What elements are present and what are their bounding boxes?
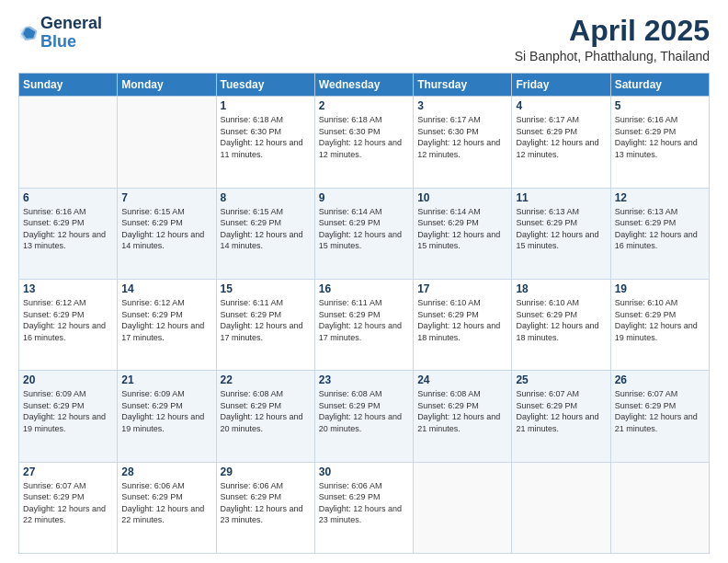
calendar-cell: 20Sunrise: 6:09 AM Sunset: 6:29 PM Dayli… (19, 371, 118, 462)
day-info: Sunrise: 6:14 AM Sunset: 6:29 PM Dayligh… (417, 206, 507, 252)
day-info: Sunrise: 6:07 AM Sunset: 6:29 PM Dayligh… (23, 480, 113, 526)
day-info: Sunrise: 6:10 AM Sunset: 6:29 PM Dayligh… (615, 297, 705, 343)
day-number: 14 (121, 282, 211, 295)
day-info: Sunrise: 6:10 AM Sunset: 6:29 PM Dayligh… (417, 297, 507, 343)
day-info: Sunrise: 6:18 AM Sunset: 6:30 PM Dayligh… (319, 114, 409, 160)
weekday-tuesday: Tuesday (216, 74, 314, 97)
day-info: Sunrise: 6:07 AM Sunset: 6:29 PM Dayligh… (615, 388, 705, 434)
day-number: 23 (319, 373, 409, 386)
day-number: 27 (23, 465, 113, 478)
calendar-cell: 14Sunrise: 6:12 AM Sunset: 6:29 PM Dayli… (118, 279, 216, 370)
day-number: 21 (121, 373, 211, 386)
calendar-cell: 12Sunrise: 6:13 AM Sunset: 6:29 PM Dayli… (610, 188, 709, 279)
day-info: Sunrise: 6:16 AM Sunset: 6:29 PM Dayligh… (615, 114, 705, 160)
day-number: 22 (221, 373, 311, 386)
calendar-cell: 10Sunrise: 6:14 AM Sunset: 6:29 PM Dayli… (414, 188, 512, 279)
week-row-4: 20Sunrise: 6:09 AM Sunset: 6:29 PM Dayli… (19, 371, 710, 462)
calendar-cell: 1Sunrise: 6:18 AM Sunset: 6:30 PM Daylig… (216, 97, 314, 188)
calendar-cell: 5Sunrise: 6:16 AM Sunset: 6:29 PM Daylig… (610, 97, 709, 188)
day-info: Sunrise: 6:18 AM Sunset: 6:30 PM Dayligh… (221, 114, 311, 160)
calendar-cell: 18Sunrise: 6:10 AM Sunset: 6:29 PM Dayli… (512, 279, 610, 370)
logo-general: General (40, 15, 102, 33)
day-info: Sunrise: 6:13 AM Sunset: 6:29 PM Dayligh… (516, 206, 606, 252)
day-info: Sunrise: 6:15 AM Sunset: 6:29 PM Dayligh… (121, 206, 211, 252)
day-number: 11 (516, 191, 606, 204)
weekday-saturday: Saturday (610, 74, 709, 97)
weekday-sunday: Sunday (19, 74, 118, 97)
calendar-cell: 7Sunrise: 6:15 AM Sunset: 6:29 PM Daylig… (118, 188, 216, 279)
weekday-header-row: SundayMondayTuesdayWednesdayThursdayFrid… (19, 74, 710, 97)
day-number: 17 (417, 282, 507, 295)
day-number: 10 (417, 191, 507, 204)
day-number: 7 (121, 191, 211, 204)
day-number: 6 (23, 191, 113, 204)
calendar-cell: 26Sunrise: 6:07 AM Sunset: 6:29 PM Dayli… (610, 371, 709, 462)
day-info: Sunrise: 6:17 AM Sunset: 6:29 PM Dayligh… (516, 114, 606, 160)
page: General Blue April 2025 Si Banphot, Phat… (0, 0, 728, 563)
sub-title: Si Banphot, Phatthalung, Thailand (515, 49, 710, 63)
logo: General Blue (18, 15, 102, 52)
day-info: Sunrise: 6:09 AM Sunset: 6:29 PM Dayligh… (23, 388, 113, 434)
weekday-wednesday: Wednesday (314, 74, 413, 97)
day-number: 29 (221, 465, 311, 478)
calendar-cell: 19Sunrise: 6:10 AM Sunset: 6:29 PM Dayli… (610, 279, 709, 370)
calendar-cell: 11Sunrise: 6:13 AM Sunset: 6:29 PM Dayli… (512, 188, 610, 279)
day-number: 16 (319, 282, 409, 295)
day-info: Sunrise: 6:15 AM Sunset: 6:29 PM Dayligh… (221, 206, 311, 252)
calendar-cell: 13Sunrise: 6:12 AM Sunset: 6:29 PM Dayli… (19, 279, 118, 370)
day-number: 30 (319, 465, 409, 478)
calendar-cell: 17Sunrise: 6:10 AM Sunset: 6:29 PM Dayli… (414, 279, 512, 370)
calendar-cell: 8Sunrise: 6:15 AM Sunset: 6:29 PM Daylig… (216, 188, 314, 279)
day-info: Sunrise: 6:10 AM Sunset: 6:29 PM Dayligh… (516, 297, 606, 343)
calendar-cell: 28Sunrise: 6:06 AM Sunset: 6:29 PM Dayli… (118, 462, 216, 553)
day-info: Sunrise: 6:13 AM Sunset: 6:29 PM Dayligh… (615, 206, 705, 252)
day-info: Sunrise: 6:06 AM Sunset: 6:29 PM Dayligh… (221, 480, 311, 526)
day-number: 25 (516, 373, 606, 386)
day-number: 20 (23, 373, 113, 386)
day-number: 8 (221, 191, 311, 204)
day-number: 19 (615, 282, 705, 295)
day-number: 24 (417, 373, 507, 386)
week-row-2: 6Sunrise: 6:16 AM Sunset: 6:29 PM Daylig… (19, 188, 710, 279)
calendar-cell: 15Sunrise: 6:11 AM Sunset: 6:29 PM Dayli… (216, 279, 314, 370)
calendar-cell: 2Sunrise: 6:18 AM Sunset: 6:30 PM Daylig… (314, 97, 413, 188)
week-row-5: 27Sunrise: 6:07 AM Sunset: 6:29 PM Dayli… (19, 462, 710, 553)
day-info: Sunrise: 6:16 AM Sunset: 6:29 PM Dayligh… (23, 206, 113, 252)
day-info: Sunrise: 6:06 AM Sunset: 6:29 PM Dayligh… (121, 480, 211, 526)
calendar-cell: 22Sunrise: 6:08 AM Sunset: 6:29 PM Dayli… (216, 371, 314, 462)
day-number: 3 (417, 99, 507, 112)
calendar-cell: 21Sunrise: 6:09 AM Sunset: 6:29 PM Dayli… (118, 371, 216, 462)
calendar-table: SundayMondayTuesdayWednesdayThursdayFrid… (18, 73, 710, 554)
week-row-3: 13Sunrise: 6:12 AM Sunset: 6:29 PM Dayli… (19, 279, 710, 370)
day-info: Sunrise: 6:08 AM Sunset: 6:29 PM Dayligh… (319, 388, 409, 434)
day-number: 5 (615, 99, 705, 112)
title-block: April 2025 Si Banphot, Phatthalung, Thai… (515, 15, 710, 63)
day-info: Sunrise: 6:08 AM Sunset: 6:29 PM Dayligh… (417, 388, 507, 434)
calendar-cell: 16Sunrise: 6:11 AM Sunset: 6:29 PM Dayli… (314, 279, 413, 370)
day-info: Sunrise: 6:09 AM Sunset: 6:29 PM Dayligh… (121, 388, 211, 434)
day-number: 26 (615, 373, 705, 386)
main-title: April 2025 (515, 15, 710, 47)
calendar-cell: 6Sunrise: 6:16 AM Sunset: 6:29 PM Daylig… (19, 188, 118, 279)
day-info: Sunrise: 6:11 AM Sunset: 6:29 PM Dayligh… (221, 297, 311, 343)
calendar-cell: 25Sunrise: 6:07 AM Sunset: 6:29 PM Dayli… (512, 371, 610, 462)
day-info: Sunrise: 6:12 AM Sunset: 6:29 PM Dayligh… (23, 297, 113, 343)
day-number: 28 (121, 465, 211, 478)
day-info: Sunrise: 6:14 AM Sunset: 6:29 PM Dayligh… (319, 206, 409, 252)
logo-blue: Blue (40, 33, 102, 52)
day-number: 18 (516, 282, 606, 295)
calendar-cell (118, 97, 216, 188)
day-number: 15 (221, 282, 311, 295)
day-number: 2 (319, 99, 409, 112)
calendar-cell: 30Sunrise: 6:06 AM Sunset: 6:29 PM Dayli… (314, 462, 413, 553)
day-info: Sunrise: 6:06 AM Sunset: 6:29 PM Dayligh… (319, 480, 409, 526)
day-number: 9 (319, 191, 409, 204)
calendar-cell: 23Sunrise: 6:08 AM Sunset: 6:29 PM Dayli… (314, 371, 413, 462)
calendar-cell (414, 462, 512, 553)
calendar-body: 1Sunrise: 6:18 AM Sunset: 6:30 PM Daylig… (19, 97, 710, 554)
day-info: Sunrise: 6:07 AM Sunset: 6:29 PM Dayligh… (516, 388, 606, 434)
day-info: Sunrise: 6:11 AM Sunset: 6:29 PM Dayligh… (319, 297, 409, 343)
weekday-monday: Monday (118, 74, 216, 97)
header: General Blue April 2025 Si Banphot, Phat… (18, 15, 710, 63)
logo-icon (18, 23, 39, 43)
